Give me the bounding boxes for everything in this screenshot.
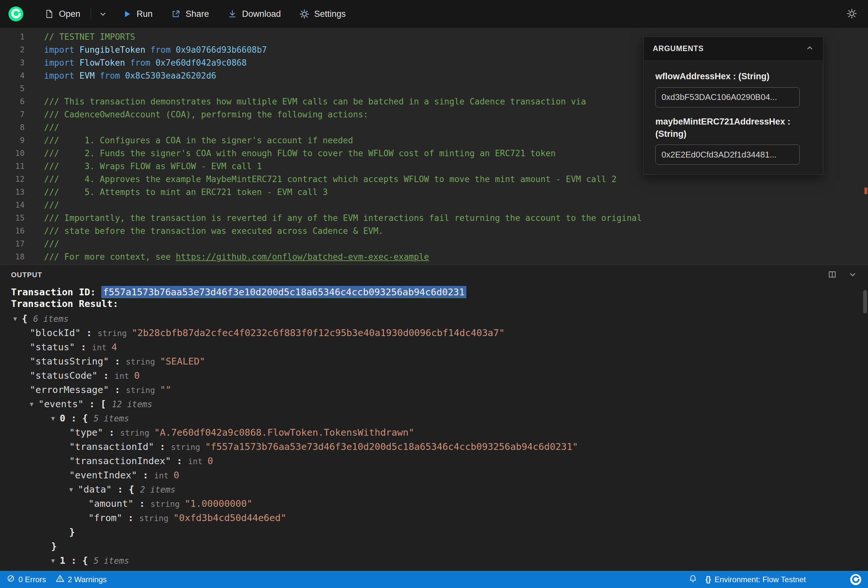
code-token: /// 3. Wraps FLOW as WFLOW - EVM call 1 bbox=[44, 161, 262, 171]
share-button[interactable]: Share bbox=[171, 9, 209, 19]
code-token: from bbox=[125, 58, 155, 68]
split-view-icon[interactable] bbox=[828, 270, 837, 280]
environment-indicator[interactable]: {} Environment: Flow Testnet bbox=[706, 575, 806, 584]
collapse-toggle-icon[interactable]: ▼ bbox=[69, 482, 73, 497]
collapse-toggle-icon[interactable]: ▼ bbox=[51, 553, 55, 567]
line-content: import EVM from 0x8c5303eaa26202d6 bbox=[44, 69, 216, 82]
tree-row: } bbox=[0, 539, 868, 553]
code-token: /// 1. Configures a COA in the signer's … bbox=[44, 136, 353, 145]
collapse-toggle-icon[interactable]: ▼ bbox=[30, 397, 33, 411]
tree-segment: : bbox=[123, 512, 139, 523]
play-icon bbox=[123, 10, 131, 18]
code-token: /// For more context, see bbox=[44, 252, 176, 262]
collapse-toggle-icon[interactable]: ▼ bbox=[13, 311, 17, 326]
code-line: 13/// 5. Attempts to mint an ERC721 toke… bbox=[0, 186, 868, 199]
open-button[interactable]: Open bbox=[45, 9, 80, 19]
tree-segment: : bbox=[81, 327, 97, 338]
tree-segment: string bbox=[120, 570, 154, 571]
tree-row: "blockId" : string "2b28cbfb87da2cfec4f0… bbox=[0, 326, 868, 340]
code-link[interactable]: https://github.com/onflow/batched-evm-ex… bbox=[176, 252, 429, 262]
tree-segment: "2b28cbfb87da2cfec4f0232c6f883f0f12c95b3… bbox=[132, 327, 505, 338]
download-icon bbox=[228, 9, 237, 18]
tree-segment: : bbox=[98, 370, 115, 381]
line-content: /// 1. Configures a COA in the signer's … bbox=[44, 134, 353, 147]
theme-toggle-button[interactable] bbox=[847, 9, 857, 20]
tree-segment: string bbox=[126, 386, 160, 395]
tree-segment: 5 items bbox=[93, 556, 129, 566]
tree-row: "statusCode" : int 0 bbox=[0, 368, 868, 383]
line-content: /// state before the transaction was exe… bbox=[44, 224, 384, 237]
tree-segment: : bbox=[134, 498, 151, 509]
tree-segment: int bbox=[92, 343, 111, 352]
warnings-indicator[interactable]: 2 Warnings bbox=[56, 574, 107, 585]
tree-segment: : bbox=[109, 384, 125, 395]
transaction-id-value[interactable]: f557a1573b76aa53e73d46f3e10d200d5c18a653… bbox=[101, 286, 466, 298]
erc721-address-input[interactable] bbox=[655, 144, 800, 165]
code-token: /// bbox=[44, 239, 59, 249]
code-token: /// CadenceOwnedAccount (COA), performin… bbox=[44, 110, 368, 119]
chevron-up-icon[interactable] bbox=[806, 44, 814, 54]
transaction-result-label: Transaction Result: bbox=[11, 298, 118, 309]
tree-segment: : { bbox=[112, 484, 140, 495]
tree-segment: "statusString" bbox=[30, 356, 109, 367]
open-menu-chevron-button[interactable] bbox=[99, 10, 107, 18]
tree-segment: string bbox=[126, 357, 160, 367]
settings-button[interactable]: Settings bbox=[300, 9, 346, 19]
code-token: // TESTNET IMPORTS bbox=[44, 32, 135, 42]
errors-indicator[interactable]: 0 Errors bbox=[6, 574, 46, 585]
line-content: import FungibleToken from 0x9a0766d93b66… bbox=[44, 43, 267, 56]
line-number: 10 bbox=[0, 147, 25, 160]
tree-row: "amount" : string "1.00000000" bbox=[0, 497, 868, 511]
line-number: 1 bbox=[0, 30, 25, 43]
tree-segment: "SEALED" bbox=[160, 356, 205, 367]
download-button-label: Download bbox=[242, 9, 281, 19]
code-editor[interactable]: 1// TESTNET IMPORTS2import FungibleToken… bbox=[0, 28, 868, 265]
tree-segment: string bbox=[98, 329, 132, 338]
code-token: /// 2. Funds the signer's COA with enoug… bbox=[44, 149, 556, 158]
tree-segment: "type" bbox=[69, 569, 103, 571]
tree-segment: 4 bbox=[111, 342, 117, 352]
gear-icon bbox=[300, 9, 309, 19]
code-token: import bbox=[44, 58, 80, 68]
collapse-toggle-icon[interactable]: ▼ bbox=[51, 411, 55, 425]
tree-segment: : bbox=[75, 342, 92, 352]
tree-segment: "statusCode" bbox=[30, 370, 98, 381]
line-number: 18 bbox=[0, 251, 25, 263]
code-token: /// Importantly, the transaction is reve… bbox=[44, 213, 642, 223]
arguments-body: wflowAddressHex : (String) maybeMintERC7… bbox=[644, 61, 823, 174]
output-scrollbar[interactable] bbox=[863, 290, 867, 313]
line-number: 11 bbox=[0, 160, 25, 173]
wflow-address-input[interactable] bbox=[655, 87, 800, 108]
open-button-label: Open bbox=[59, 9, 80, 19]
tree-segment: "0xfd3b4cd50d44e6ed" bbox=[173, 512, 286, 523]
run-button[interactable]: Run bbox=[123, 9, 153, 19]
code-token: /// 5. Attempts to mint an ERC721 token … bbox=[44, 187, 328, 197]
collapse-output-chevron-icon[interactable] bbox=[848, 270, 857, 280]
tree-row: "type" : string "A.7e60df042a9c0868.Flow… bbox=[0, 425, 868, 439]
warnings-count: 2 Warnings bbox=[68, 575, 107, 584]
share-button-label: Share bbox=[186, 9, 209, 19]
line-number: 7 bbox=[0, 108, 25, 121]
line-content: import FlowToken from 0x7e60df042a9c0868 bbox=[44, 56, 247, 69]
code-token: from bbox=[95, 71, 125, 81]
code-token: FlowToken bbox=[80, 58, 125, 68]
status-bar-right: {} Environment: Flow Testnet bbox=[689, 574, 862, 585]
code-token: /// state before the transaction was exe… bbox=[44, 226, 384, 236]
code-line: 14/// bbox=[0, 199, 868, 212]
tree-row: "type" : string "A.7e60df042a9c0868.Flow… bbox=[0, 567, 868, 571]
line-number: 9 bbox=[0, 134, 25, 147]
flow-network-icon[interactable] bbox=[850, 574, 862, 585]
code-token: 0x8c5303eaa26202d6 bbox=[125, 71, 216, 81]
code-token: 0x7e60df042a9c0868 bbox=[155, 58, 247, 68]
line-number: 17 bbox=[0, 237, 25, 251]
arguments-panel-header[interactable]: ARGUMENTS bbox=[644, 37, 823, 61]
tree-segment: int bbox=[115, 371, 134, 381]
tree-row: "eventIndex" : int 0 bbox=[0, 468, 868, 482]
download-button[interactable]: Download bbox=[228, 9, 281, 19]
tree-segment: "status" bbox=[30, 342, 75, 352]
flow-logo-icon[interactable] bbox=[9, 6, 23, 21]
tree-segment: "" bbox=[160, 384, 171, 395]
bell-icon[interactable] bbox=[689, 575, 697, 585]
tree-row: ▼{ 6 items bbox=[0, 311, 868, 326]
tree-segment: 0 : { bbox=[59, 413, 93, 424]
